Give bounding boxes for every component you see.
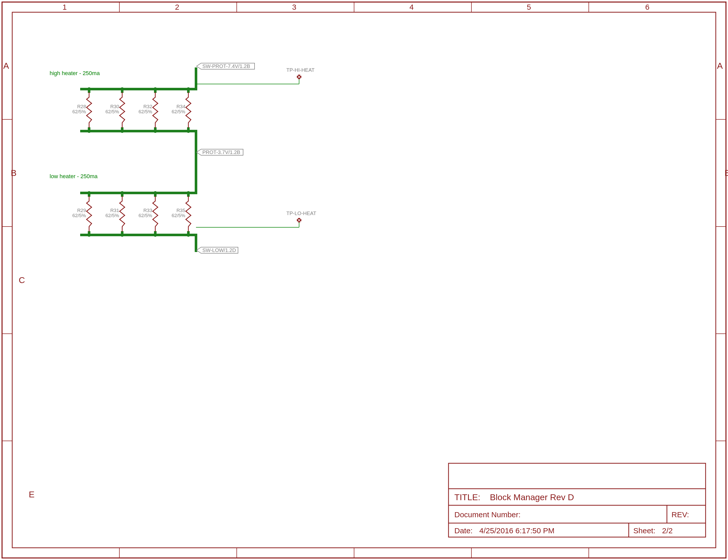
svg-text:Sheet:
      2/2: Sheet: 2/2 [633,526,673,535]
svg-point-81 [187,233,190,237]
svg-rect-0 [2,2,726,558]
svg-text:R29: R29 [77,208,86,213]
svg-text:62/5%: 62/5% [72,213,86,218]
col-label: 3 [292,3,296,11]
high-heater-label: high heater - 250ma [50,70,100,76]
svg-text:62/5%: 62/5% [105,109,119,114]
resistor-bank-bottom: R29 62/5% R31 62/5% R33 62/5% R35 62/5% [72,191,191,237]
row-label: B [11,168,17,178]
title-label: TITLE: [454,492,480,502]
col-label: 4 [409,3,414,11]
top-bus [81,69,196,251]
svg-text:SW-LOW/1.2D: SW-LOW/1.2D [202,247,236,253]
svg-text:R30: R30 [110,104,119,109]
svg-point-79 [120,233,124,237]
svg-text:1
      2
      3
      4
    : 1 2 3 4 5 6 [62,3,649,11]
svg-text:R32: R32 [143,104,152,109]
svg-text:TITLE:
      Block Manager Rev: TITLE: Block Manager Rev D [454,492,574,502]
svg-point-77 [187,191,190,195]
svg-point-57 [187,129,190,133]
date-label: Date: [454,526,473,535]
date-value: 4/25/2016 6:17:50 PM [479,526,554,535]
row-label: E [29,489,35,499]
sheet-value: 2/2 [662,526,673,535]
svg-point-51 [120,87,124,91]
test-point-lo: TP-LO-HEAT [286,211,316,222]
schematic-sheet: 1 2 3 4 5 6 A B C E A B C D E high heate… [0,0,728,560]
svg-point-76 [153,191,157,195]
svg-text:R28: R28 [77,104,86,109]
row-label: A [717,61,723,71]
svg-point-55 [120,129,124,133]
svg-text:TP-LO-HEAT: TP-LO-HEAT [286,211,316,216]
svg-text:SW-PROT-7.4V/1.2B: SW-PROT-7.4V/1.2B [202,63,250,69]
docnum-label: Document Number: [454,510,521,519]
svg-rect-1 [12,12,716,548]
svg-text:TP-HI-HEAT: TP-HI-HEAT [286,67,315,73]
net-label-sw-low: SW-LOW/1.2D [197,247,238,253]
svg-point-78 [87,233,91,237]
svg-text:R33: R33 [143,208,152,213]
net-label-sw-prot: SW-PROT-7.4V/1.2B [197,63,255,69]
col-label: 5 [527,3,531,11]
svg-text:Date:
      4/25/2016 6:17:50 : Date: 4/25/2016 6:17:50 PM [454,526,554,535]
svg-point-54 [87,129,91,133]
svg-point-75 [120,191,124,195]
svg-text:R35: R35 [176,208,185,213]
svg-text:A
      B
      C
      
     : A B C E [3,61,35,499]
svg-text:62/5%: 62/5% [72,109,86,114]
row-label: C [19,275,25,285]
title-block: TITLE: Block Manager Rev D Document Numb… [449,463,706,537]
svg-text:62/5%: 62/5% [172,213,185,218]
svg-point-80 [153,233,157,237]
svg-text:62/5%: 62/5% [138,109,152,114]
svg-point-52 [153,87,157,91]
drawing-frame: 1 2 3 4 5 6 A B C E A B C D E [2,2,728,558]
row-label: B [724,168,728,178]
svg-point-74 [87,191,91,195]
svg-point-50 [87,87,91,91]
col-label: 2 [175,3,179,11]
test-point-hi: TP-HI-HEAT [286,67,315,79]
svg-rect-90 [449,463,706,537]
title-value: Block Manager Rev D [490,492,574,502]
resistor-bank-top: R28 62/5% R30 62/5% R32 62/5% R34 62/5% [72,87,191,133]
svg-text:PROT-3.7V/1.2B: PROT-3.7V/1.2B [202,149,240,155]
col-label: 6 [645,3,650,11]
svg-point-56 [153,129,157,133]
svg-point-53 [187,87,190,91]
svg-text:62/5%: 62/5% [138,213,152,218]
rev-label: REV: [671,510,689,519]
svg-text:R31: R31 [110,208,119,213]
svg-text:R34: R34 [176,104,185,109]
low-heater-label: low heater - 250ma [50,173,98,179]
sheet-label: Sheet: [633,526,655,535]
row-label: A [3,61,9,71]
svg-text:62/5%: 62/5% [105,213,119,218]
col-label: 1 [62,3,67,11]
svg-text:62/5%: 62/5% [172,109,185,114]
net-label-prot: PROT-3.7V/1.2B [197,149,243,155]
